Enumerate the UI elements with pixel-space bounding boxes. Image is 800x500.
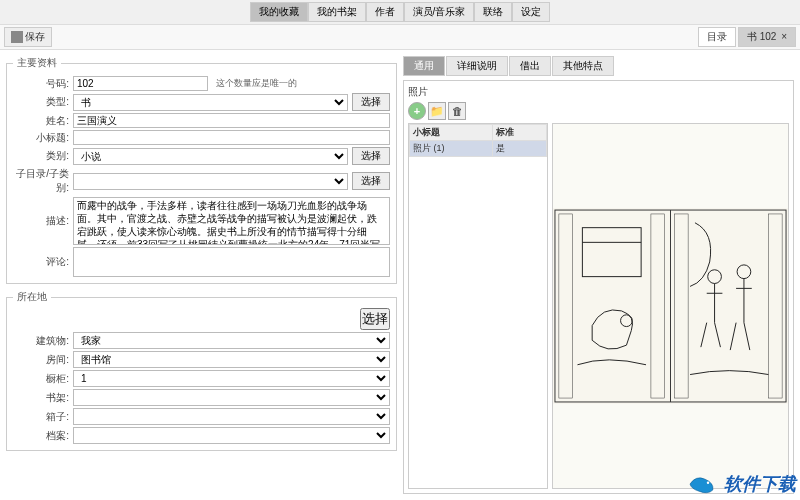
location-select-button[interactable]: 选择 <box>360 308 390 330</box>
file-select[interactable] <box>73 427 390 444</box>
nav-settings[interactable]: 设定 <box>512 2 550 22</box>
watermark: 软件下载 <box>684 472 796 496</box>
subtitle-input[interactable] <box>73 130 390 145</box>
box-label: 箱子: <box>13 410 69 424</box>
desc-textarea[interactable]: 而露中的战争，手法多样，读者往往感到一场场刀光血影的战争场面。其中，官渡之战、赤… <box>73 197 390 245</box>
save-label: 保存 <box>25 30 45 44</box>
photo-table[interactable]: 小标题标准 照片 (1)是 <box>408 123 548 489</box>
file-label: 档案: <box>13 429 69 443</box>
subcat-select-button[interactable]: 选择 <box>352 172 390 190</box>
tab-detail[interactable]: 详细说明 <box>446 56 508 76</box>
cabinet-label: 橱柜: <box>13 372 69 386</box>
box-select[interactable] <box>73 408 390 425</box>
folder-icon[interactable]: 📁 <box>428 102 446 120</box>
type-select[interactable]: 书 <box>73 94 348 111</box>
save-icon <box>11 31 23 43</box>
table-row[interactable]: 照片 (1)是 <box>410 141 547 157</box>
tab-general[interactable]: 通用 <box>403 56 445 76</box>
subcat-label: 子目录/子类别: <box>13 167 69 195</box>
category-select[interactable]: 小说 <box>73 148 348 165</box>
svg-point-12 <box>707 482 709 484</box>
location-fieldset: 所在地 选择 建筑物:我家 房间:图书馆 橱柜:1 书架: 箱子: 档案: <box>6 290 397 451</box>
name-label: 姓名: <box>13 114 69 128</box>
tab-bar: 保存 目录 书 102 × <box>0 25 800 50</box>
nav-collection[interactable]: 我的收藏 <box>250 2 308 22</box>
photo-section: 照片 + 📁 🗑 小标题标准 照片 (1)是 <box>403 80 794 494</box>
number-input[interactable] <box>73 76 208 91</box>
photo-title: 照片 <box>408 85 789 99</box>
nav-author[interactable]: 作者 <box>366 2 404 22</box>
nav-contact[interactable]: 联络 <box>474 2 512 22</box>
main-info-legend: 主要资料 <box>13 56 61 70</box>
category-label: 类别: <box>13 149 69 163</box>
tab-book[interactable]: 书 102 × <box>738 27 796 47</box>
book-illustration <box>553 124 788 488</box>
subcat-select[interactable] <box>73 173 348 190</box>
detail-tabs: 通用 详细说明 借出 其他特点 <box>403 56 794 76</box>
tab-catalog[interactable]: 目录 <box>698 27 736 47</box>
building-select[interactable]: 我家 <box>73 332 390 349</box>
subtitle-label: 小标题: <box>13 131 69 145</box>
delete-photo-button[interactable]: 🗑 <box>448 102 466 120</box>
watermark-text: 软件下载 <box>724 472 796 496</box>
photo-preview <box>552 123 789 489</box>
room-select[interactable]: 图书馆 <box>73 351 390 368</box>
close-icon[interactable]: × <box>781 31 787 42</box>
shelf-label: 书架: <box>13 391 69 405</box>
tab-lend[interactable]: 借出 <box>509 56 551 76</box>
rating-label: 评论: <box>13 255 69 269</box>
cabinet-select[interactable]: 1 <box>73 370 390 387</box>
type-select-button[interactable]: 选择 <box>352 93 390 111</box>
rating-textarea[interactable] <box>73 247 390 277</box>
add-photo-button[interactable]: + <box>408 102 426 120</box>
photo-col-subtitle: 小标题 <box>410 125 493 141</box>
number-hint: 这个数量应是唯一的 <box>216 77 297 90</box>
number-label: 号码: <box>13 77 69 91</box>
photo-col-standard: 标准 <box>493 125 547 141</box>
top-nav: 我的收藏 我的书架 作者 演员/音乐家 联络 设定 <box>0 0 800 25</box>
category-select-button[interactable]: 选择 <box>352 147 390 165</box>
location-legend: 所在地 <box>13 290 51 304</box>
nav-shelf[interactable]: 我的书架 <box>308 2 366 22</box>
main-info-fieldset: 主要资料 号码: 这个数量应是唯一的 类型: 书 选择 姓名: 小标题: <box>6 56 397 284</box>
save-button[interactable]: 保存 <box>4 27 52 47</box>
building-label: 建筑物: <box>13 334 69 348</box>
name-input[interactable] <box>73 113 390 128</box>
nav-artist[interactable]: 演员/音乐家 <box>404 2 475 22</box>
room-label: 房间: <box>13 353 69 367</box>
shelf-select[interactable] <box>73 389 390 406</box>
tab-other[interactable]: 其他特点 <box>552 56 614 76</box>
dragon-logo-icon <box>684 472 720 496</box>
type-label: 类型: <box>13 95 69 109</box>
desc-label: 描述: <box>13 214 69 228</box>
